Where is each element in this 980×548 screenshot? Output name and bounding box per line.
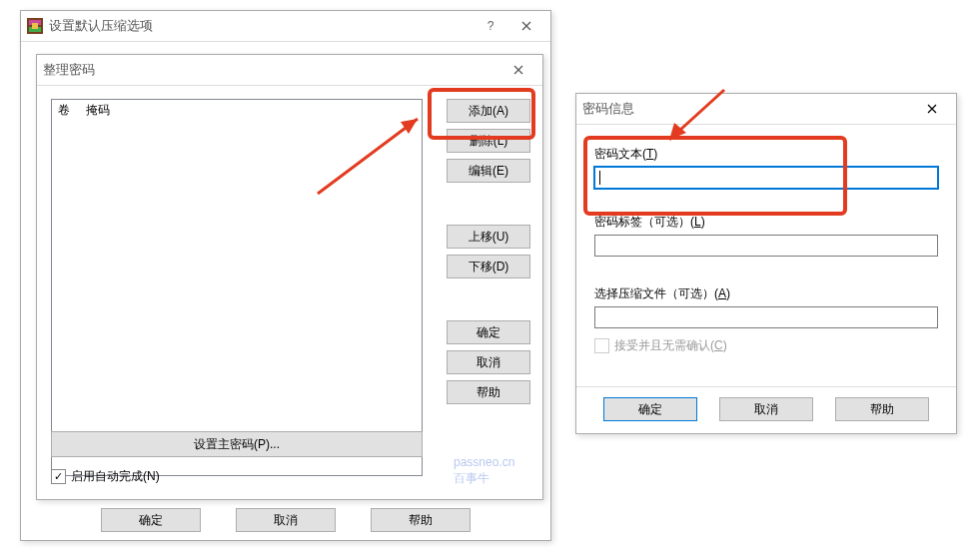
organize-titlebar: 整理密码 bbox=[37, 55, 542, 86]
app-icon bbox=[27, 18, 43, 34]
help-icon[interactable]: ? bbox=[473, 15, 508, 37]
auto-complete-label: 启用自动完成(N) bbox=[71, 468, 160, 485]
side-ok-button[interactable]: 确定 bbox=[447, 320, 530, 344]
archive-label: 选择压缩文件（可选）(A) bbox=[594, 285, 938, 302]
auto-complete-checkbox[interactable]: ✓ 启用自动完成(N) bbox=[51, 468, 160, 485]
close-icon[interactable] bbox=[914, 98, 950, 120]
svg-rect-3 bbox=[32, 23, 38, 29]
password-label-label: 密码标签（可选）(L) bbox=[594, 214, 938, 231]
column-mask: 掩码 bbox=[86, 102, 110, 119]
organize-password-dialog: 整理密码 卷 掩码 添加(A) 删除(L) 编辑(E) 上移(U) 下移(D) … bbox=[36, 54, 543, 500]
accept-no-confirm-label: 接受并且无需确认(C) bbox=[614, 337, 727, 354]
info-help-button[interactable]: 帮助 bbox=[835, 397, 929, 421]
side-help-button[interactable]: 帮助 bbox=[447, 380, 530, 404]
info-cancel-button[interactable]: 取消 bbox=[719, 397, 813, 421]
info-ok-button[interactable]: 确定 bbox=[603, 397, 697, 421]
accept-no-confirm-checkbox: 接受并且无需确认(C) bbox=[594, 337, 727, 354]
default-compress-title: 设置默认压缩选项 bbox=[49, 17, 473, 35]
move-down-button[interactable]: 下移(D) bbox=[447, 255, 530, 278]
password-text-label: 密码文本(T) bbox=[594, 146, 938, 163]
text-cursor bbox=[599, 171, 600, 185]
watermark: passneo.cn 百事牛 bbox=[454, 455, 514, 486]
default-compress-titlebar: 设置默认压缩选项 ? bbox=[21, 11, 550, 42]
password-listbox[interactable]: 卷 掩码 bbox=[51, 99, 423, 476]
add-button[interactable]: 添加(A) bbox=[447, 99, 530, 123]
side-cancel-button[interactable]: 取消 bbox=[447, 350, 530, 374]
parent-ok-button[interactable]: 确定 bbox=[101, 508, 201, 532]
info-titlebar: 密码信息 bbox=[576, 94, 956, 125]
close-icon[interactable] bbox=[500, 59, 536, 81]
edit-button[interactable]: 编辑(E) bbox=[447, 159, 530, 183]
password-label-input[interactable] bbox=[594, 235, 938, 257]
set-master-password-button[interactable]: 设置主密码(P)... bbox=[51, 431, 423, 457]
column-vol: 卷 bbox=[58, 102, 86, 119]
move-up-button[interactable]: 上移(U) bbox=[447, 225, 530, 249]
close-icon[interactable] bbox=[508, 15, 544, 37]
parent-cancel-button[interactable]: 取消 bbox=[236, 508, 336, 532]
info-title: 密码信息 bbox=[582, 100, 914, 118]
archive-input[interactable] bbox=[594, 306, 938, 328]
password-info-dialog: 密码信息 密码文本(T) 密码标签（可选）(L) 选择压缩文件（可选）(A) 接… bbox=[575, 93, 957, 434]
organize-title: 整理密码 bbox=[43, 61, 500, 79]
password-text-input[interactable] bbox=[594, 167, 938, 189]
parent-help-button[interactable]: 帮助 bbox=[371, 508, 471, 532]
delete-button[interactable]: 删除(L) bbox=[447, 129, 530, 153]
